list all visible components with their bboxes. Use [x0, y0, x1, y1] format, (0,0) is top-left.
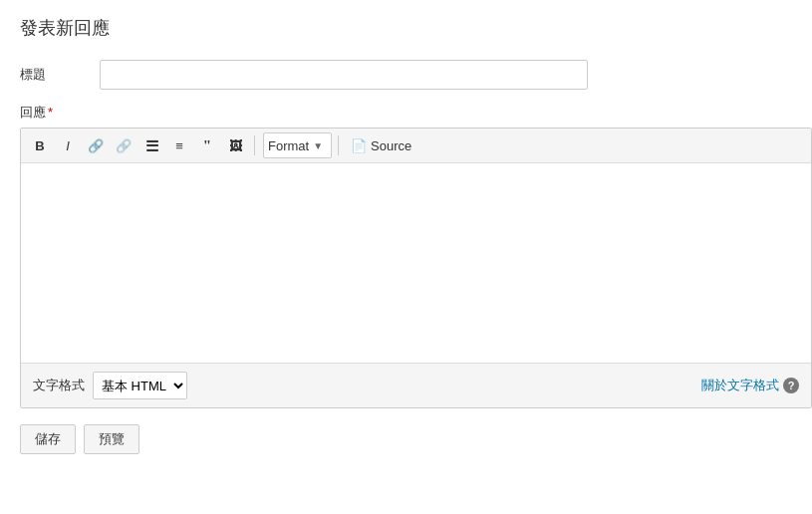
editor-toolbar: B I 🔗 🔗 ☰ ≡ " 🖼 Format ▼: [21, 128, 811, 163]
response-label-row: 回應*: [20, 104, 792, 122]
help-icon: ?: [783, 378, 799, 393]
format-dropdown-arrow: ▼: [313, 140, 323, 151]
editor-container: B I 🔗 🔗 ☰ ≡ " 🖼 Format ▼: [20, 128, 812, 408]
source-icon: 📄: [351, 138, 367, 153]
blockquote-button[interactable]: ": [194, 132, 220, 158]
response-label-container: 回應*: [20, 104, 100, 122]
ol-icon: ≡: [175, 138, 183, 153]
text-format-select[interactable]: 基本 HTML 完整 HTML 純文字: [93, 372, 187, 399]
about-link-label: 關於文字格式: [701, 377, 779, 394]
title-input[interactable]: [100, 60, 588, 90]
about-text-format-link[interactable]: 關於文字格式 ?: [701, 377, 799, 394]
toolbar-separator-1: [254, 135, 255, 155]
page-title: 發表新回應: [20, 16, 792, 40]
image-icon: 🖼: [229, 138, 242, 153]
italic-button[interactable]: I: [55, 132, 81, 158]
format-label: Format: [268, 138, 309, 153]
format-dropdown[interactable]: Format ▼: [263, 132, 332, 158]
ul-icon: ☰: [145, 138, 158, 153]
preview-button[interactable]: 預覽: [84, 424, 139, 454]
bold-button[interactable]: B: [27, 132, 53, 158]
title-label: 標題: [20, 66, 100, 84]
editor-footer: 文字格式 基本 HTML 完整 HTML 純文字 關於文字格式 ?: [21, 363, 811, 407]
text-format-row: 文字格式 基本 HTML 完整 HTML 純文字: [33, 372, 187, 399]
unlink-button[interactable]: 🔗: [111, 132, 136, 158]
text-format-label: 文字格式: [33, 377, 85, 394]
source-label: Source: [371, 138, 411, 153]
response-label: 回應: [20, 105, 46, 120]
source-button[interactable]: 📄 Source: [345, 132, 417, 158]
editor-body[interactable]: [21, 163, 811, 363]
required-star: *: [48, 105, 53, 120]
title-row: 標題: [20, 60, 792, 90]
save-button[interactable]: 儲存: [20, 424, 76, 454]
action-buttons: 儲存 預覽: [20, 424, 792, 454]
unordered-list-button[interactable]: ☰: [138, 132, 164, 158]
response-section: 回應* B I 🔗 🔗 ☰ ≡ " 🖼: [20, 104, 792, 408]
unlink-icon: 🔗: [116, 138, 132, 153]
toolbar-separator-2: [338, 135, 339, 155]
image-button[interactable]: 🖼: [222, 132, 248, 158]
quote-icon: ": [203, 137, 211, 154]
link-icon: 🔗: [88, 138, 104, 153]
ordered-list-button[interactable]: ≡: [166, 132, 192, 158]
link-button[interactable]: 🔗: [83, 132, 109, 158]
